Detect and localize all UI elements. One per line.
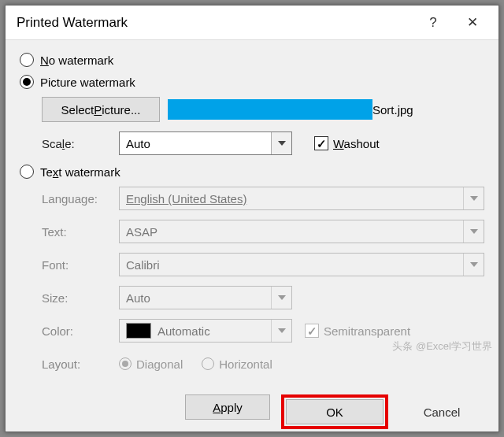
titlebar: Printed Watermark ? ✕ — [6, 6, 498, 40]
text-label: Text: — [42, 225, 119, 239]
font-label: Font: — [42, 258, 119, 272]
layout-horizontal-option: Horizontal — [202, 357, 272, 371]
no-watermark-label: No watermark — [40, 54, 113, 67]
scale-combo[interactable]: Auto — [119, 131, 292, 155]
ok-highlight: OK — [281, 394, 388, 429]
redacted-path — [168, 99, 372, 120]
color-combo: Automatic — [119, 319, 292, 343]
radio-icon — [20, 165, 34, 179]
apply-button[interactable]: Apply — [185, 394, 270, 420]
language-label: Language: — [42, 192, 119, 206]
select-picture-button[interactable]: Select Picture... — [42, 97, 160, 122]
close-button[interactable]: ✕ — [453, 6, 492, 40]
no-watermark-option[interactable]: No watermark — [20, 53, 484, 67]
text-watermark-option[interactable]: Text watermark — [20, 165, 484, 179]
scale-label: Scale: — [42, 137, 119, 150]
dialog-footer: Apply OK Cancel — [6, 390, 498, 437]
dialog-title: Printed Watermark — [17, 15, 413, 31]
picture-path: Sort.jpg — [168, 99, 413, 120]
semitransparent-label: Semitransparent — [324, 324, 410, 338]
chevron-down-icon — [271, 132, 291, 154]
help-button[interactable]: ? — [413, 6, 453, 40]
chevron-down-icon — [271, 287, 291, 309]
picture-watermark-label: Picture watermark — [40, 76, 135, 89]
size-combo: Auto — [119, 286, 292, 309]
checkbox-icon — [314, 136, 328, 150]
picture-watermark-option[interactable]: Picture watermark — [20, 75, 484, 89]
radio-icon — [119, 357, 132, 370]
washout-checkbox[interactable]: Washout — [314, 136, 380, 150]
text-watermark-label: Text watermark — [40, 165, 120, 179]
layout-label: Layout: — [42, 357, 119, 371]
text-combo: ASAP — [119, 220, 484, 243]
printed-watermark-dialog: Printed Watermark ? ✕ No watermark Pictu… — [5, 5, 499, 432]
chevron-down-icon — [271, 320, 291, 342]
chevron-down-icon — [463, 187, 484, 209]
ok-button[interactable]: OK — [286, 399, 384, 424]
color-swatch-icon — [126, 323, 151, 339]
radio-icon — [20, 53, 34, 67]
cancel-button[interactable]: Cancel — [399, 394, 484, 429]
color-label: Color: — [42, 324, 119, 338]
washout-label: Washout — [333, 137, 380, 150]
language-combo: English (United States) — [119, 187, 484, 210]
radio-icon — [20, 75, 34, 89]
font-combo: Calibri — [119, 253, 484, 276]
checkbox-icon — [305, 324, 319, 338]
semitransparent-checkbox: Semitransparent — [305, 324, 410, 338]
size-label: Size: — [42, 291, 119, 305]
layout-diagonal-option: Diagonal — [119, 357, 183, 371]
radio-icon — [202, 357, 214, 370]
chevron-down-icon — [463, 220, 484, 243]
path-suffix: Sort.jpg — [372, 103, 413, 117]
chevron-down-icon — [463, 254, 484, 276]
